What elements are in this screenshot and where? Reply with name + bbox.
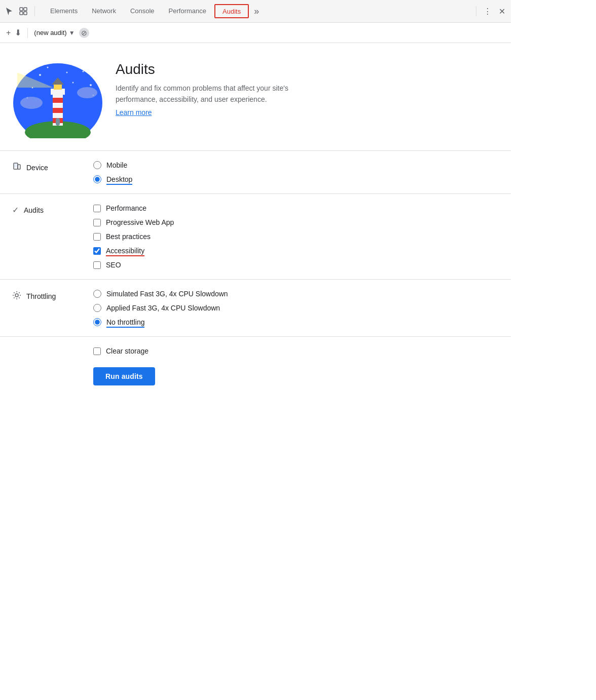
svg-rect-22 bbox=[54, 85, 62, 90]
tab-console[interactable]: Console bbox=[123, 0, 162, 23]
download-button[interactable]: ⬇ bbox=[15, 28, 21, 37]
audit-label: (new audit) bbox=[34, 29, 66, 36]
svg-point-5 bbox=[39, 74, 41, 76]
throttling-simulated-option[interactable]: Simulated Fast 3G, 4x CPU Slowdown bbox=[93, 290, 228, 298]
svg-rect-1 bbox=[24, 8, 27, 11]
throttling-row: Throttling Simulated Fast 3G, 4x CPU Slo… bbox=[12, 290, 499, 326]
audit-pwa-checkbox[interactable] bbox=[93, 219, 101, 226]
audit-accessibility-checkbox[interactable] bbox=[93, 247, 101, 255]
clear-storage-option[interactable]: Clear storage bbox=[93, 347, 148, 355]
hero-section: Audits Identify and fix common problems … bbox=[0, 43, 511, 151]
svg-point-13 bbox=[66, 72, 68, 73]
svg-point-29 bbox=[15, 294, 18, 297]
audit-seo-label: SEO bbox=[106, 261, 121, 269]
svg-rect-18 bbox=[53, 98, 63, 103]
audit-best-practices-label: Best practices bbox=[106, 232, 151, 241]
device-mobile-option[interactable]: Mobile bbox=[93, 161, 132, 169]
audit-selector[interactable]: (new audit) ▼ bbox=[34, 29, 74, 36]
throttling-none-option[interactable]: No throttling bbox=[93, 318, 228, 326]
throttling-simulated-label: Simulated Fast 3G, 4x CPU Slowdown bbox=[106, 290, 228, 298]
hero-description: Identify and fix common problems that af… bbox=[116, 83, 328, 105]
secondary-bar: + ⬇ (new audit) ▼ ⊘ bbox=[0, 23, 511, 43]
svg-point-15 bbox=[77, 87, 97, 98]
run-audits-row: Run audits bbox=[12, 367, 499, 385]
tab-bar: Elements Network Console Performance Aud… bbox=[0, 0, 511, 23]
tab-network[interactable]: Network bbox=[85, 0, 123, 23]
device-desktop-label: Desktop bbox=[106, 175, 132, 183]
throttling-applied-option[interactable]: Applied Fast 3G, 4x CPU Slowdown bbox=[93, 304, 228, 312]
end-divider bbox=[476, 6, 476, 16]
audit-pwa-label: Progressive Web App bbox=[106, 218, 174, 226]
device-label: Device bbox=[12, 161, 73, 173]
clear-storage-checkbox[interactable] bbox=[93, 347, 101, 355]
hero-title: Audits bbox=[116, 61, 328, 77]
tab-performance[interactable]: Performance bbox=[162, 0, 213, 23]
devtools-close-icon[interactable]: ✕ bbox=[497, 6, 507, 16]
stop-button[interactable]: ⊘ bbox=[79, 28, 89, 38]
audit-performance-label: Performance bbox=[106, 204, 146, 212]
add-audit-button[interactable]: + bbox=[6, 28, 11, 37]
lighthouse-illustration bbox=[12, 57, 103, 138]
audit-best-practices-option[interactable]: Best practices bbox=[93, 232, 174, 241]
svg-rect-25 bbox=[56, 118, 60, 126]
audit-seo-option[interactable]: SEO bbox=[93, 261, 174, 269]
audit-best-practices-checkbox[interactable] bbox=[93, 233, 101, 241]
run-audits-button[interactable]: Run audits bbox=[93, 367, 155, 385]
svg-point-14 bbox=[20, 97, 43, 109]
throttling-section: Throttling Simulated Fast 3G, 4x CPU Slo… bbox=[0, 280, 511, 337]
throttling-applied-radio[interactable] bbox=[93, 304, 101, 312]
audits-label: ✓ Audits bbox=[12, 204, 73, 215]
svg-point-9 bbox=[90, 84, 92, 86]
svg-point-12 bbox=[47, 67, 49, 68]
throttling-options: Simulated Fast 3G, 4x CPU Slowdown Appli… bbox=[93, 290, 228, 326]
device-options: Mobile Desktop bbox=[93, 161, 132, 183]
audits-section: ✓ Audits Performance Progressive Web App… bbox=[0, 194, 511, 280]
audit-pwa-option[interactable]: Progressive Web App bbox=[93, 218, 174, 226]
audits-checkboxes: Performance Progressive Web App Best pra… bbox=[93, 204, 174, 269]
svg-rect-2 bbox=[20, 12, 23, 15]
throttling-simulated-radio[interactable] bbox=[93, 290, 101, 298]
device-row: Device Mobile Desktop bbox=[12, 161, 499, 183]
throttling-applied-label: Applied Fast 3G, 4x CPU Slowdown bbox=[106, 304, 220, 312]
clear-storage-label: Clear storage bbox=[106, 347, 148, 355]
svg-rect-0 bbox=[20, 8, 23, 11]
learn-more-link[interactable]: Learn more bbox=[116, 108, 152, 116]
inspect-icon[interactable] bbox=[18, 6, 28, 16]
tab-divider bbox=[34, 6, 35, 16]
device-mobile-label: Mobile bbox=[106, 161, 127, 169]
svg-rect-19 bbox=[53, 108, 63, 113]
svg-rect-3 bbox=[24, 12, 27, 15]
audits-row: ✓ Audits Performance Progressive Web App… bbox=[12, 204, 499, 269]
sec-divider bbox=[27, 28, 28, 38]
audit-performance-option[interactable]: Performance bbox=[93, 204, 174, 212]
cursor-icon[interactable] bbox=[4, 6, 14, 16]
svg-rect-28 bbox=[18, 165, 20, 169]
audit-seo-checkbox[interactable] bbox=[93, 261, 101, 269]
gear-icon bbox=[12, 291, 21, 302]
hero-text: Audits Identify and fix common problems … bbox=[116, 57, 328, 116]
device-section: Device Mobile Desktop bbox=[0, 151, 511, 194]
dropdown-arrow-icon: ▼ bbox=[69, 29, 75, 36]
device-icon bbox=[12, 162, 21, 173]
throttling-none-radio[interactable] bbox=[93, 318, 101, 326]
tab-audits[interactable]: Audits bbox=[214, 4, 249, 18]
device-desktop-option[interactable]: Desktop bbox=[93, 175, 132, 183]
bottom-section: Clear storage Run audits bbox=[0, 337, 511, 396]
tab-elements[interactable]: Elements bbox=[43, 0, 85, 23]
throttling-label: Throttling bbox=[12, 290, 73, 302]
svg-point-7 bbox=[72, 82, 74, 84]
more-tabs-button[interactable]: » bbox=[250, 0, 263, 23]
devtools-menu-icon[interactable]: ⋮ bbox=[482, 6, 493, 16]
checkmark-icon: ✓ bbox=[12, 205, 19, 215]
audit-accessibility-label: Accessibility bbox=[106, 247, 144, 255]
svg-point-6 bbox=[83, 71, 84, 72]
clear-storage-row: Clear storage bbox=[12, 347, 499, 355]
devtools-icons bbox=[4, 6, 37, 16]
throttling-none-label: No throttling bbox=[106, 318, 144, 326]
audit-performance-checkbox[interactable] bbox=[93, 205, 101, 212]
tab-end-icons: ⋮ ✕ bbox=[474, 6, 507, 16]
audit-accessibility-option[interactable]: Accessibility bbox=[93, 247, 174, 255]
device-mobile-radio[interactable] bbox=[93, 161, 101, 169]
device-desktop-radio[interactable] bbox=[93, 175, 101, 183]
main-content: Audits Identify and fix common problems … bbox=[0, 43, 511, 396]
